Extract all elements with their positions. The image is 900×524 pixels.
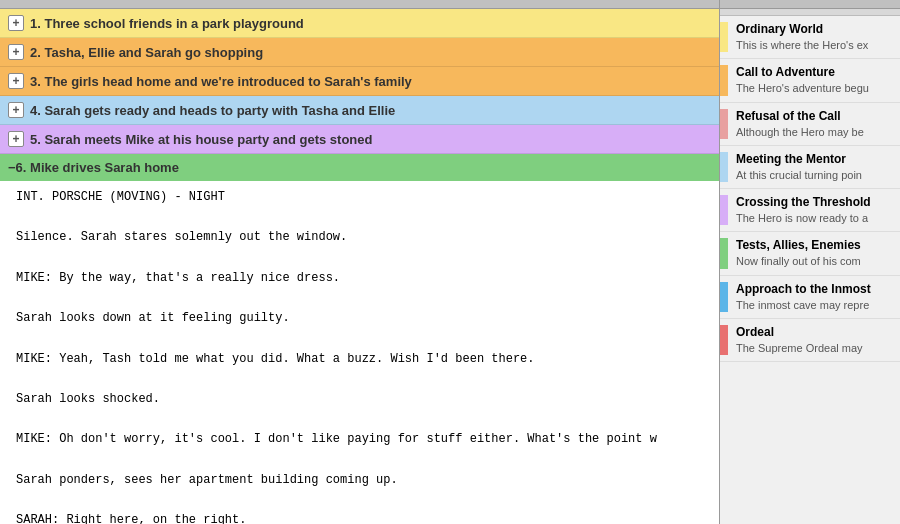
script-line: [16, 491, 703, 510]
key-item-2: Refusal of the CallAlthough the Hero may…: [720, 103, 900, 146]
key-text-5: Tests, Allies, EnemiesNow finally out of…: [736, 238, 900, 268]
script-line: [16, 450, 703, 469]
key-title-4: Crossing the Threshold: [736, 195, 896, 209]
script-line: Silence. Sarah stares solemnly out the w…: [16, 228, 703, 247]
key-item-3: Meeting the MentorAt this crucial turnin…: [720, 146, 900, 189]
right-panel-header: [720, 0, 900, 9]
script-line: [16, 208, 703, 227]
key-color-bar-1: [720, 65, 728, 95]
script-line: MIKE: By the way, that's a really nice d…: [16, 269, 703, 288]
scene-item-5[interactable]: +5. Sarah meets Mike at his house party …: [0, 125, 719, 154]
key-item-4: Crossing the ThresholdThe Hero is now re…: [720, 189, 900, 232]
key-title-1: Call to Adventure: [736, 65, 896, 79]
left-panel-header: [0, 0, 719, 9]
section-column-header: [720, 9, 900, 16]
script-line: [16, 410, 703, 429]
key-desc-2: Although the Hero may be: [736, 125, 896, 139]
script-line: INT. PORSCHE (MOVING) - NIGHT: [16, 188, 703, 207]
key-item-0: Ordinary WorldThis is where the Hero's e…: [720, 16, 900, 59]
structure-list: +1. Three school friends in a park playg…: [0, 9, 719, 524]
key-item-1: Call to AdventureThe Hero's adventure be…: [720, 59, 900, 102]
key-title-2: Refusal of the Call: [736, 109, 896, 123]
key-color-bar-2: [720, 109, 728, 139]
left-panel: +1. Three school friends in a park playg…: [0, 0, 720, 524]
script-line: Sarah looks shocked.: [16, 390, 703, 409]
script-line: [16, 370, 703, 389]
key-list: Ordinary WorldThis is where the Hero's e…: [720, 16, 900, 524]
script-line: [16, 289, 703, 308]
key-title-7: Ordeal: [736, 325, 896, 339]
script-line: [16, 329, 703, 348]
expand-icon-1[interactable]: +: [8, 15, 24, 31]
key-item-6: Approach to the InmostThe inmost cave ma…: [720, 276, 900, 319]
scene-content-6: INT. PORSCHE (MOVING) - NIGHT Silence. S…: [0, 181, 719, 524]
key-title-6: Approach to the Inmost: [736, 282, 896, 296]
scene-label-3: 3. The girls head home and we're introdu…: [30, 74, 412, 89]
right-panel: Ordinary WorldThis is where the Hero's e…: [720, 0, 900, 524]
scene-label-1: 1. Three school friends in a park playgr…: [30, 16, 304, 31]
key-title-5: Tests, Allies, Enemies: [736, 238, 896, 252]
key-desc-3: At this crucial turning poin: [736, 168, 896, 182]
expand-icon-2[interactable]: +: [8, 44, 24, 60]
expand-icon-4[interactable]: +: [8, 102, 24, 118]
scene-label-6: 6. Mike drives Sarah home: [16, 160, 179, 175]
collapse-icon-6[interactable]: −: [8, 160, 16, 175]
key-text-4: Crossing the ThresholdThe Hero is now re…: [736, 195, 900, 225]
key-color-bar-6: [720, 282, 728, 312]
key-text-6: Approach to the InmostThe inmost cave ma…: [736, 282, 900, 312]
scene-item-2[interactable]: +2. Tasha, Ellie and Sarah go shopping: [0, 38, 719, 67]
expand-icon-5[interactable]: +: [8, 131, 24, 147]
expand-icon-3[interactable]: +: [8, 73, 24, 89]
script-line: Sarah looks down at it feeling guilty.: [16, 309, 703, 328]
key-desc-7: The Supreme Ordeal may: [736, 341, 896, 355]
key-desc-6: The inmost cave may repre: [736, 298, 896, 312]
key-color-bar-5: [720, 238, 728, 268]
key-desc-0: This is where the Hero's ex: [736, 38, 896, 52]
script-line: [16, 249, 703, 268]
script-line: SARAH: Right here, on the right.: [16, 511, 703, 524]
scene-label-5: 5. Sarah meets Mike at his house party a…: [30, 132, 372, 147]
script-line: MIKE: Oh don't worry, it's cool. I don't…: [16, 430, 703, 449]
key-text-7: OrdealThe Supreme Ordeal may: [736, 325, 900, 355]
scene-header-6[interactable]: −6. Mike drives Sarah home: [0, 154, 719, 181]
script-line: MIKE: Yeah, Tash told me what you did. W…: [16, 350, 703, 369]
key-color-bar-7: [720, 325, 728, 355]
scene-item-3[interactable]: +3. The girls head home and we're introd…: [0, 67, 719, 96]
key-text-3: Meeting the MentorAt this crucial turnin…: [736, 152, 900, 182]
scene-item-1[interactable]: +1. Three school friends in a park playg…: [0, 9, 719, 38]
key-desc-4: The Hero is now ready to a: [736, 211, 896, 225]
key-item-7: OrdealThe Supreme Ordeal may: [720, 319, 900, 362]
key-title-3: Meeting the Mentor: [736, 152, 896, 166]
key-color-bar-4: [720, 195, 728, 225]
key-text-1: Call to AdventureThe Hero's adventure be…: [736, 65, 900, 95]
scene-item-4[interactable]: +4. Sarah gets ready and heads to party …: [0, 96, 719, 125]
key-title-0: Ordinary World: [736, 22, 896, 36]
key-text-0: Ordinary WorldThis is where the Hero's e…: [736, 22, 900, 52]
key-color-bar-3: [720, 152, 728, 182]
script-line: Sarah ponders, sees her apartment buildi…: [16, 471, 703, 490]
key-item-5: Tests, Allies, EnemiesNow finally out of…: [720, 232, 900, 275]
key-text-2: Refusal of the CallAlthough the Hero may…: [736, 109, 900, 139]
key-desc-5: Now finally out of his com: [736, 254, 896, 268]
scene-label-4: 4. Sarah gets ready and heads to party w…: [30, 103, 395, 118]
key-desc-1: The Hero's adventure begu: [736, 81, 896, 95]
scene-label-2: 2. Tasha, Ellie and Sarah go shopping: [30, 45, 263, 60]
scene-item-6: −6. Mike drives Sarah homeINT. PORSCHE (…: [0, 154, 719, 524]
key-color-bar-0: [720, 22, 728, 52]
